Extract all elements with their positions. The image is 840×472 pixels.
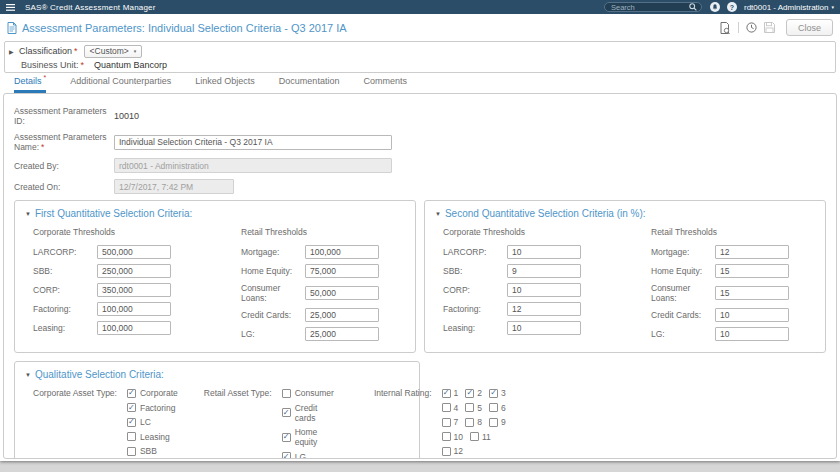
threshold-row: LARCORP: [443,245,603,259]
threshold-input[interactable] [97,245,171,259]
second-quantitative-panel: ▼ Second Quantitative Selection Criteria… [424,200,826,353]
rating-1-checkbox[interactable]: ✓ [442,389,451,398]
threshold-label: CORP: [33,285,97,295]
threshold-input[interactable] [97,283,171,297]
save-icon[interactable] [764,22,775,33]
consumer-checkbox[interactable] [282,389,291,398]
page-header: Assessment Parameters: Individual Select… [0,14,840,41]
threshold-input[interactable] [507,321,581,335]
rating-2-checkbox[interactable]: ✓ [465,389,474,398]
tab-label: Comments [363,76,407,86]
threshold-input[interactable] [305,286,379,300]
assessment-name-input[interactable] [114,135,392,150]
threshold-input[interactable] [305,264,379,278]
application-window: SAS® Credit Assessment Manager ? rdt0001… [0,0,840,461]
search-icon[interactable] [689,3,697,11]
page-title: Assessment Parameters: Individual Select… [22,22,347,34]
checkbox-label: Credit cards [295,403,334,423]
home-equity-checkbox[interactable]: ✓ [282,433,291,442]
threshold-label: Leasing: [33,323,97,333]
sbb-checkbox[interactable] [127,447,136,456]
rating-11-checkbox[interactable] [470,432,479,441]
rating-6-checkbox[interactable] [489,403,498,412]
rating-item: 4 [442,403,459,413]
threshold-row: CORP: [33,283,193,297]
threshold-row: SBB: [443,264,603,278]
checkbox-label: Home equity [295,427,334,447]
tab-comments[interactable]: Comments [363,76,407,93]
threshold-label: Leasing: [443,323,507,333]
business-unit-row: Business Unit: * Quantum Bancorp [9,58,831,72]
rating-4-checkbox[interactable] [442,403,451,412]
threshold-input[interactable] [97,321,171,335]
threshold-label: LG: [241,329,305,339]
column-heading: Retail Thresholds [651,227,811,237]
threshold-input[interactable] [507,245,581,259]
threshold-input[interactable] [305,308,379,322]
rating-item: 8 [465,417,482,427]
threshold-input[interactable] [715,264,789,278]
threshold-input[interactable] [507,302,581,316]
corporate-checkbox[interactable]: ✓ [127,389,136,398]
rating-8-checkbox[interactable] [465,418,474,427]
credit-cards-checkbox[interactable]: ✓ [282,408,291,417]
threshold-input[interactable] [507,264,581,278]
help-icon[interactable]: ? [727,2,737,12]
rating-item: 10 [442,432,463,442]
threshold-input[interactable] [715,327,789,341]
classification-dropdown[interactable]: <Custom> ▾ [84,45,143,58]
threshold-label: CORP: [443,285,507,295]
expander-icon[interactable]: ▶ [9,48,15,55]
document-icon [7,22,17,34]
internal-rating-group: Internal Rating: ✓1✓2✓3456789101112 [374,388,506,459]
collapse-icon[interactable]: ▼ [25,372,31,378]
rating-5-checkbox[interactable] [465,403,474,412]
threshold-input[interactable] [715,286,789,300]
threshold-input[interactable] [715,245,789,259]
leasing-checkbox[interactable] [127,432,136,441]
rating-12-checkbox[interactable] [442,447,451,456]
column-heading: Corporate Thresholds [443,227,603,237]
rating-3-checkbox[interactable]: ✓ [489,389,498,398]
tab-details[interactable]: Details* [14,74,46,93]
tab-documentation[interactable]: Documentation [279,76,340,93]
created-on-label: Created On: [14,182,114,192]
close-button[interactable]: Close [786,19,833,36]
factoring-checkbox[interactable]: ✓ [127,403,136,412]
panel-header: ▼ Qualitative Selection Criteria: [25,369,409,380]
threshold-row: LG: [241,327,401,341]
threshold-input[interactable] [97,302,171,316]
rating-10-checkbox[interactable] [442,432,451,441]
history-icon[interactable] [746,22,757,33]
app-title: SAS® Credit Assessment Manager [25,3,156,12]
checkbox-label: Consumer [295,388,334,398]
classification-label: Classification [19,46,72,56]
threshold-input[interactable] [715,308,789,322]
collapse-icon[interactable]: ▼ [435,211,441,217]
global-search[interactable] [604,2,702,12]
threshold-input[interactable] [305,245,379,259]
rating-7-checkbox[interactable] [442,418,451,427]
group-label: Corporate Asset Type: [33,388,117,459]
user-menu[interactable]: rdt0001 - Administration ▾ [744,3,834,12]
tab-linked-objects[interactable]: Linked Objects [195,76,255,93]
collapse-icon[interactable]: ▼ [25,211,31,217]
lg-checkbox[interactable]: ✓ [282,452,291,459]
search-input[interactable] [609,2,689,13]
threshold-input[interactable] [507,283,581,297]
required-marker: * [41,142,44,152]
validate-icon[interactable] [720,22,730,34]
threshold-row: Credit Cards: [241,308,401,322]
notifications-icon[interactable] [710,2,720,12]
group-label: Retail Asset Type: [204,388,272,459]
retail-thresholds-column: Retail Thresholds Mortgage:Home Equity:C… [241,227,401,346]
tab-bar: Details*Additional CounterpartiesLinked … [4,74,836,93]
threshold-row: Consumer Loans: [241,283,401,303]
rating-label: 10 [454,432,463,442]
threshold-input[interactable] [305,327,379,341]
tab-additional-counterparties[interactable]: Additional Counterparties [70,76,171,93]
lc-checkbox[interactable]: ✓ [127,418,136,427]
hamburger-menu-icon[interactable] [6,4,15,11]
rating-9-checkbox[interactable] [489,418,498,427]
threshold-input[interactable] [97,264,171,278]
